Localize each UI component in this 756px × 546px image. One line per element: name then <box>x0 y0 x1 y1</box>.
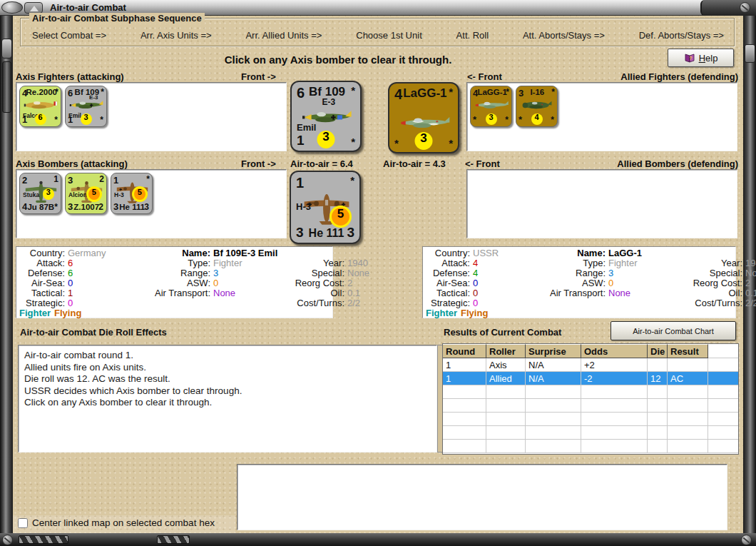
step-arr-allied-units: Arr. Allied Units => <box>245 30 322 41</box>
combat-dialog-content: Air-to-air Combat Subphase Sequence Sele… <box>13 16 743 533</box>
range-circle: 6 <box>35 113 46 125</box>
selected-axis-fighter-counter-bf109[interactable]: 6 Bf 109 E-3 * Emil 1 3 * <box>290 81 362 152</box>
air-to-air-combat-chart-button[interactable]: Air-to-air Combat Chart <box>611 321 736 340</box>
titlebar-end-cap <box>700 0 756 16</box>
axis-bombers-label: Axis Bombers (attacking) <box>16 158 128 169</box>
oil-value: 0.1 <box>745 288 756 298</box>
counter-value: * <box>54 116 58 124</box>
type-value: Fighter <box>213 258 282 268</box>
i16-aircraft-icon <box>519 98 556 111</box>
field-label: Air Transport: <box>131 288 213 298</box>
screw-icon <box>741 535 752 545</box>
unit-counter-i16[interactable]: 3 I-16 * * 4 * <box>516 86 558 127</box>
unit-counter-he111-small[interactable]: 1 * H-3 5 3 He 111 3 <box>111 173 153 214</box>
log-line: USSR decides which Axis bomber to clear … <box>24 385 431 398</box>
unit-counter-z1007[interactable]: 3 2 Alcione 5 3 Z.1007 2 <box>65 173 107 214</box>
unit-counter-bf109-small[interactable]: 6 Bf 109 E-3 * Emil 1 3 * <box>65 86 107 127</box>
field-label: Year: <box>677 258 745 268</box>
center-map-checkbox-label[interactable]: Center linked map on selected combat hex <box>32 517 215 528</box>
country-value: USSR <box>473 248 523 258</box>
counter-value: 6 <box>297 86 305 100</box>
field-label: Air Transport: <box>523 288 608 298</box>
counter-label: Stuka <box>23 192 39 198</box>
cell-round: 1 <box>443 372 486 385</box>
reorg-cost-value: 2 <box>347 278 369 288</box>
tactical-value: 0 <box>473 288 523 298</box>
result-row-empty[interactable] <box>443 385 738 399</box>
counter-value: 3 <box>347 226 354 239</box>
window-minimize-icon[interactable] <box>24 2 43 14</box>
axis-bombers-box: 2 1 Stuka 3 4 Ju 87B * 3 2 <box>16 169 287 238</box>
air-to-air-combat-window: Air-to-air Combat Air-to-air Combat Subp… <box>0 0 756 546</box>
field-label: Name: <box>523 248 608 258</box>
frame-hatch-icon <box>19 535 68 544</box>
field-label: Year: <box>282 258 347 268</box>
air-to-air-axis-label: Air-to-air = 6.4 <box>290 158 353 169</box>
unit-name-value: Bf 109E-3 Emil <box>213 248 369 258</box>
counter-label: Alcione <box>68 192 91 198</box>
result-row-empty[interactable] <box>443 440 738 453</box>
special-value: None <box>745 268 756 278</box>
cell-odds: +2 <box>581 358 648 372</box>
window-knob-icon[interactable] <box>1 1 23 14</box>
column-header-result: Result <box>668 344 708 358</box>
step-choose-1st-unit: Choose 1st Unit <box>356 30 422 41</box>
cell-result: AC <box>668 372 708 385</box>
counter-name: Z.1007 <box>73 203 99 212</box>
range-circle: 5 <box>134 188 145 200</box>
counter-label: H-3 <box>114 192 124 198</box>
result-row[interactable]: 1 Axis N/A +2 <box>443 358 738 372</box>
instruction-text: Click on any Axis bomber to clear it thr… <box>13 54 663 66</box>
window-title: Air-to-air Combat <box>50 2 126 13</box>
strategic-value: 0 <box>68 298 131 308</box>
tactical-value: 1 <box>68 288 131 298</box>
unit-counter-re2000[interactable]: 4 Re.2000 * Falco I 1 6 * <box>19 86 61 127</box>
field-label: Country: <box>19 248 68 258</box>
subphase-sequence-groupbox: Air-to-air Combat Subphase Sequence Sele… <box>20 18 735 46</box>
allied-fighters-box: 4 LaGG-1 * * 3 * 3 I-16 * <box>466 82 737 151</box>
selected-allied-fighter-counter-lagg1[interactable]: 4 LaGG-1 * * 3 * <box>388 82 459 153</box>
result-row[interactable]: 1 Allied N/A -2 12 AC <box>443 372 738 385</box>
step-select-combat: Select Combat => <box>32 30 106 41</box>
die-roll-effects-log: Air-to-air combat round 1. Allied units … <box>18 345 437 453</box>
counter-subname: E-3 <box>322 98 335 106</box>
result-row-empty[interactable] <box>443 399 738 413</box>
air-transport-value: None <box>213 288 282 298</box>
field-label: Cost/Turns: <box>282 298 347 308</box>
counter-name: He 111 <box>119 203 145 212</box>
result-row-empty[interactable] <box>443 413 738 426</box>
selected-axis-bomber-counter-he111[interactable]: 1 * H-3 5 3 He 111 3 <box>290 171 361 244</box>
cell-die: 12 <box>648 372 668 385</box>
result-row-empty[interactable] <box>443 426 738 440</box>
field-label: Tactical: <box>19 288 68 298</box>
cell-odds: -2 <box>581 372 648 385</box>
center-map-checkbox[interactable] <box>18 518 28 528</box>
counter-name: Re.2000 <box>26 89 56 97</box>
counter-value: * <box>55 88 58 96</box>
field-label: Air-Sea: <box>426 278 473 288</box>
help-button[interactable]: ? Help <box>668 49 734 67</box>
log-line: Allied units fire on Axis units. <box>24 362 431 374</box>
unit-counter-lagg1-small[interactable]: 4 LaGG-1 * * 3 * <box>470 86 512 127</box>
attack-value: 6 <box>68 258 131 268</box>
counter-name: LaGG-1 <box>477 89 507 97</box>
range-circle: 3 <box>43 188 54 200</box>
axis-unit-info-panel: Country: Germany Name: Bf 109E-3 Emil At… <box>16 246 333 318</box>
counter-name: LaGG-1 <box>403 87 446 99</box>
column-header-odds: Odds <box>581 344 648 358</box>
asw-value: 0 <box>213 278 282 288</box>
unit-counter-ju87b[interactable]: 2 1 Stuka 3 4 Ju 87B * <box>19 173 61 214</box>
range-value: 3 <box>213 268 282 278</box>
unit-tags: FighterFlying <box>426 308 756 318</box>
field-label: Tactical: <box>426 288 473 298</box>
counter-value: * <box>449 138 453 148</box>
chart-button-label: Air-to-air Combat Chart <box>633 327 714 335</box>
range-value: 3 <box>608 268 677 278</box>
type-value: Fighter <box>608 258 677 268</box>
counter-value: * <box>350 175 354 186</box>
step-att-roll: Att. Roll <box>456 30 489 41</box>
range-circle: 5 <box>88 188 100 200</box>
column-header-roller: Roller <box>486 344 526 358</box>
center-map-option[interactable]: Center linked map on selected combat hex <box>18 517 215 528</box>
counter-value: 1 <box>22 115 27 124</box>
